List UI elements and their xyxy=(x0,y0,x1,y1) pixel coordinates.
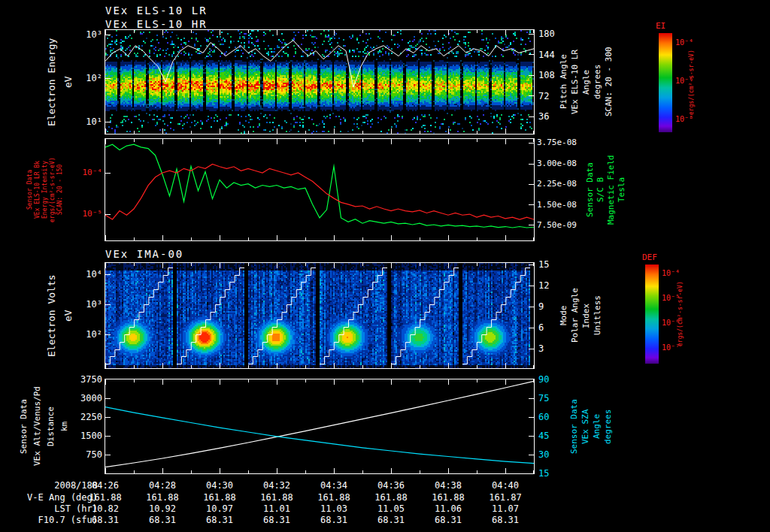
bfield-tick: 3.75e-08 xyxy=(537,138,577,148)
vex-quicklook-summary-plot: VEx ELS-10 LR VEx ELS-10 HR VEx IMA-00 E… xyxy=(0,0,770,532)
ima-energy-tick: 10³ xyxy=(86,299,102,310)
ima-right-axis-label: Index xyxy=(582,263,591,368)
bfield-plot-canvas xyxy=(105,139,534,240)
ima-right-axis-label: Unitless xyxy=(593,263,602,368)
bfield-axis-label: Magnetic Field xyxy=(607,139,616,240)
ima-panel-title: VEx IMA-00 xyxy=(105,248,183,260)
ima-index-tick: 9 xyxy=(538,301,544,312)
annotation-value: 68.31 xyxy=(435,515,462,525)
altitude-axis-label: km xyxy=(60,379,69,473)
annotation-value: 68.31 xyxy=(377,515,405,525)
annotation-value: 161.88 xyxy=(260,492,293,503)
ima-index-tick: 15 xyxy=(538,259,549,270)
ima-colorbar-units: ergs/(cm²-s-sr-eV) xyxy=(678,264,684,364)
els-energy-tick: 10² xyxy=(86,73,102,83)
bk-intensity-tick: 10⁻⁵ xyxy=(83,209,103,219)
annotation-value: 68.31 xyxy=(492,515,519,525)
altitude-axis-label: Sensor Data xyxy=(20,379,29,473)
altitude-axis-label: VEx Alt/Venus/Pd xyxy=(33,379,42,473)
annotation-value: 68.31 xyxy=(320,515,347,525)
els-right-axis-label: degrees xyxy=(593,30,602,134)
bk-left-axis-label: SCAN: 20 - 150 xyxy=(57,139,64,240)
plot-title-line-1: VEx ELS-10 LR xyxy=(105,5,208,17)
plot-title-line-2: VEx ELS-10 HR xyxy=(105,18,208,30)
ima-colorbar xyxy=(645,264,659,364)
ima-yaxis-units: eV xyxy=(63,263,74,368)
annotation-value: 161.88 xyxy=(203,492,235,503)
els-colorbar xyxy=(659,33,672,132)
bfield-axis-label: Sensor Data xyxy=(586,139,595,240)
time-tick-label: 04:26 xyxy=(92,480,119,491)
els-yaxis-label: Electron Energy xyxy=(47,30,57,134)
els-spectrogram-canvas xyxy=(105,30,534,134)
els-pitch-angle-tick: 36 xyxy=(538,111,549,122)
annotation-value: 11.03 xyxy=(320,503,347,514)
sza-tick: 45 xyxy=(538,431,549,441)
bfield-axis-label: Tesla xyxy=(617,139,626,240)
els-right-axis-label: Angle xyxy=(582,30,591,134)
sza-tick: 60 xyxy=(538,412,549,422)
time-tick-label: 04:34 xyxy=(320,480,347,491)
sza-axis-label: VEx SZA xyxy=(581,379,590,473)
ima-energy-tick: 10² xyxy=(86,329,102,340)
time-tick-label: 04:30 xyxy=(206,480,233,491)
annotation-value: 161.88 xyxy=(317,492,350,503)
annotation-value: 161.88 xyxy=(432,492,464,503)
els-colorbar-title: EI xyxy=(656,21,665,32)
annotation-value: 161.88 xyxy=(374,492,407,503)
bfield-tick: 3.00e-08 xyxy=(537,159,577,169)
annotation-value: 11.01 xyxy=(263,503,290,514)
annotation-value: 68.31 xyxy=(92,515,119,525)
altitude-sza-plot-frame xyxy=(105,379,535,474)
annotation-value: 11.05 xyxy=(377,503,405,514)
altitude-tick: 2250 xyxy=(80,412,102,422)
ima-spectrogram-frame xyxy=(105,262,535,369)
ima-energy-tick: 10⁴ xyxy=(86,269,102,280)
els-right-axis-label: SCAN: 20 - 300 xyxy=(605,30,614,134)
ima-index-tick: 12 xyxy=(538,280,549,291)
annotation-value: 161.88 xyxy=(89,492,121,503)
bfield-tick: 1.50e-08 xyxy=(537,200,577,210)
ima-colorbar-title: DEF xyxy=(642,252,657,263)
els-pitch-angle-tick: 144 xyxy=(538,50,555,60)
time-tick-label: 04:28 xyxy=(149,480,176,491)
sza-tick: 90 xyxy=(538,374,549,385)
time-tick-label: 04:38 xyxy=(435,480,462,491)
ima-index-tick: 3 xyxy=(538,343,544,354)
time-tick-label: 04:32 xyxy=(263,480,290,491)
annotation-value: 10.82 xyxy=(92,503,119,514)
altitude-tick: 3000 xyxy=(80,393,102,404)
sza-tick: 75 xyxy=(538,393,549,404)
els-right-axis-label: Pitch Angle xyxy=(559,30,568,134)
bk-left-axis-label: ergs/(cm²-s-sr-eV) xyxy=(50,139,56,240)
altitude-axis-label: Distance xyxy=(47,379,56,473)
annotation-value: 161.88 xyxy=(146,492,178,503)
altitude-tick: 750 xyxy=(86,449,102,460)
annotation-value: 161.87 xyxy=(489,492,521,503)
annotation-value: 68.31 xyxy=(149,515,176,525)
ima-right-axis-label: Mode xyxy=(559,263,568,368)
ima-index-tick: 6 xyxy=(538,322,544,333)
annotation-row-label: V-E Ang (deg) xyxy=(27,492,98,503)
els-pitch-angle-tick: 72 xyxy=(538,91,549,101)
els-spectrogram-frame xyxy=(105,29,535,135)
annotation-row-label: F10.7 (sfu) xyxy=(38,515,98,525)
sza-tick: 30 xyxy=(538,449,549,460)
els-energy-tick: 10³ xyxy=(86,29,102,40)
els-colorbar-units: ergs/(cm²-s-sr-eV) xyxy=(689,33,696,132)
bfield-tick: 2.25e-08 xyxy=(537,179,577,189)
els-right-axis-label: VEx ELS-10 LR xyxy=(571,30,580,134)
altitude-tick: 1500 xyxy=(80,431,102,441)
time-tick-label: 04:40 xyxy=(492,480,519,491)
bk-intensity-tick: 10⁻⁴ xyxy=(83,168,103,178)
bfield-axis-label: S/C B xyxy=(596,139,605,240)
sza-axis-label: degrees xyxy=(604,379,613,473)
annotation-value: 68.31 xyxy=(206,515,233,525)
annotation-value: 11.07 xyxy=(492,503,519,514)
ima-spectrogram-canvas xyxy=(105,263,534,368)
sza-axis-label: Angle xyxy=(593,379,602,473)
altitude-sza-plot-canvas xyxy=(105,379,534,473)
sza-axis-label: Sensor Data xyxy=(570,379,579,473)
annotation-value: 10.97 xyxy=(206,503,233,514)
time-tick-label: 04:36 xyxy=(377,480,405,491)
